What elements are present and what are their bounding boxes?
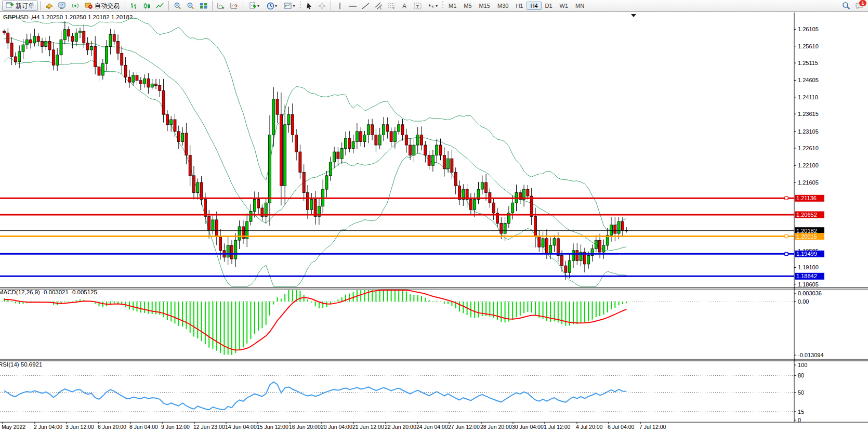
macd-indicator-label: MACD(12,26,9) -0.003021 -0.005125 [0, 289, 97, 295]
candle-body [75, 33, 77, 41]
candle-body [390, 132, 392, 142]
candle-body [375, 135, 377, 145]
candle-body [151, 84, 153, 87]
candle-body [45, 42, 47, 47]
macd-histogram-bar [402, 290, 403, 302]
macd-histogram-bar [292, 290, 293, 302]
candle-body [143, 79, 146, 84]
x-axis-date-label: 21 Jun 12:00 [352, 424, 384, 430]
candle-body [56, 55, 59, 66]
candle-body [340, 149, 343, 159]
line-drag-handle[interactable] [785, 197, 788, 200]
macd-histogram-bar [273, 302, 274, 305]
candle-body [436, 145, 438, 155]
candle-body [132, 75, 135, 82]
chart-canvas[interactable]: 1.261051.256101.251151.246051.241101.236… [0, 0, 868, 431]
macd-histogram-bar [213, 302, 214, 349]
macd-histogram-bar [288, 290, 290, 302]
candle-body [219, 237, 222, 251]
candle-body [439, 145, 442, 155]
macd-histogram-bar [299, 291, 300, 302]
candle-body [86, 43, 89, 50]
candle-body [52, 50, 55, 65]
macd-histogram-bar [417, 295, 418, 302]
candle-body [568, 260, 571, 272]
macd-histogram-bar [573, 302, 574, 324]
macd-histogram-bar [584, 302, 585, 322]
candle-body [348, 138, 351, 149]
candle-body [121, 53, 123, 65]
x-axis-date-label: 14 Jun 04:00 [225, 424, 257, 430]
candle-body [413, 145, 415, 155]
candle-body [193, 176, 195, 193]
macd-histogram-bar [220, 302, 221, 353]
candle-body [257, 200, 260, 208]
candle-body [238, 227, 241, 240]
candle-body [363, 135, 366, 141]
macd-histogram-bar [516, 302, 517, 317]
macd-histogram-bar [72, 301, 73, 302]
rsi-axis-label: 15 [798, 409, 804, 415]
candle-body [329, 162, 332, 176]
candle-body [416, 135, 419, 145]
price-line-label: 1.18842 [796, 273, 817, 279]
candle-body [291, 114, 294, 135]
candle-body [117, 42, 120, 54]
candle-body [511, 203, 514, 213]
macd-histogram-bar [432, 301, 433, 302]
macd-histogram-bar [235, 302, 236, 353]
candle-body [534, 216, 537, 237]
macd-histogram-bar [266, 302, 267, 325]
candle-body [208, 216, 211, 230]
candle-body [360, 132, 362, 142]
rsi-axis-label: 0 [798, 417, 801, 423]
line-drag-handle[interactable] [785, 235, 788, 238]
y-axis-tick-label: 1.26105 [798, 26, 819, 32]
candle-body [393, 132, 396, 142]
macd-histogram-bar [170, 302, 172, 321]
candle-body [386, 125, 389, 132]
macd-histogram-bar [387, 290, 388, 302]
candle-body [174, 120, 176, 132]
candle-body [443, 155, 445, 169]
rsi-axis-label: 80 [798, 372, 804, 378]
candle-body [451, 159, 453, 172]
y-axis-tick-label: 1.21605 [798, 179, 819, 186]
line-drag-handle[interactable] [785, 252, 788, 255]
macd-histogram-bar [193, 302, 194, 337]
macd-histogram-bar [459, 302, 460, 311]
x-axis-date-label: 8 Jun 04:00 [129, 424, 158, 430]
macd-histogram-bar [315, 302, 316, 306]
macd-histogram-bar [451, 302, 452, 306]
candle-body [572, 251, 575, 261]
candle-body [614, 225, 616, 233]
macd-histogram-bar [596, 302, 597, 317]
x-axis-date-label: May 2022 [2, 424, 25, 430]
rsi-name: RSI(14) [0, 361, 19, 368]
candle-body [299, 152, 301, 172]
candle-body [587, 256, 590, 264]
candle-body [545, 239, 548, 254]
macd-histogram-bar [281, 298, 282, 302]
macd-histogram-bar [448, 302, 449, 304]
candle-body [564, 266, 567, 272]
macd-histogram-bar [178, 302, 179, 326]
macd-histogram-bar [76, 301, 77, 302]
candle-body [22, 45, 24, 51]
candle-body [177, 132, 180, 142]
macd-histogram-bar [436, 301, 437, 302]
candle-body [492, 203, 495, 213]
macd-histogram-bar [520, 302, 521, 316]
macd-histogram-bar [603, 302, 604, 315]
candle-body [409, 145, 412, 155]
y-axis-tick-label: 1.25610 [798, 43, 819, 49]
macd-histogram-bar [205, 302, 206, 344]
macd-histogram-bar [614, 302, 615, 308]
macd-histogram-bar [599, 302, 600, 316]
macd-histogram-bar [11, 301, 12, 302]
candle-body [3, 31, 6, 33]
macd-histogram-bar [410, 294, 411, 302]
macd-histogram-bar [228, 302, 229, 355]
candle-body [128, 77, 130, 82]
y-axis-tick-label: 1.22100 [798, 162, 819, 168]
